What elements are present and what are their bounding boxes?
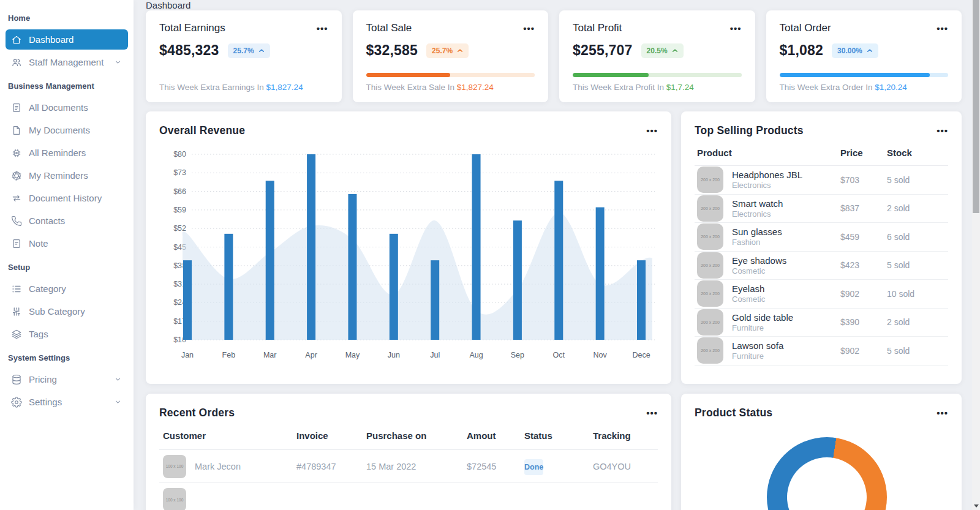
aperture-icon [11, 170, 22, 181]
home-icon [11, 34, 22, 45]
sidebar-item-category[interactable]: Category [6, 279, 128, 299]
table-row[interactable]: 200 x 200 Headphones JBL Electronics $70… [695, 166, 948, 195]
sidebar-item-label: Staff Management [29, 57, 104, 67]
scrollbar-thumb[interactable] [973, 0, 979, 213]
top-selling-products-card: Top Selling Products ••• Product Price S… [681, 111, 962, 384]
product-thumbnail: 200 x 200 [697, 309, 723, 336]
sidebar-item-label: My Documents [29, 125, 90, 135]
product-status-chart [695, 419, 948, 510]
x-tick-label: Jan [181, 351, 194, 359]
y-tick-label: $59 [173, 206, 186, 214]
ellipsis-menu-icon[interactable]: ••• [937, 408, 948, 418]
sidebar-item-note[interactable]: Note [6, 233, 128, 253]
sidebar-item-tags[interactable]: Tags [6, 324, 128, 344]
overall-revenue-chart: $10$17$24$31$38$45$52$59$66$73$80JanFebM… [159, 147, 658, 362]
sidebar-section-label: Home [0, 13, 134, 23]
ellipsis-menu-icon[interactable]: ••• [317, 24, 328, 33]
scrollbar-down-arrow-icon[interactable] [972, 504, 980, 508]
product-category: Fashion [732, 238, 782, 247]
revenue-bar-Jul [431, 260, 439, 340]
sidebar-section-label: Business Management [0, 81, 134, 91]
ellipsis-menu-icon[interactable]: ••• [523, 24, 535, 33]
sidebar-item-settings[interactable]: Settings [6, 392, 128, 412]
trend-percent: 25.7% [432, 47, 453, 55]
caret-up-icon [258, 48, 265, 53]
sidebar-item-staff-management[interactable]: Staff Management [6, 52, 128, 72]
sidebar-item-all-reminders[interactable]: All Reminders [6, 143, 128, 163]
x-tick-label: Apr [305, 351, 317, 359]
sidebar-item-document-history[interactable]: Document History [6, 188, 128, 208]
table-row[interactable]: 200 x 200 Eyelash Cosmetic $902 10 sold [695, 280, 948, 309]
sidebar-item-all-documents[interactable]: All Documents [6, 97, 128, 118]
table-row[interactable]: 200 x 200 Smart watch Electronics $837 2… [695, 195, 948, 223]
product-cell: 200 x 200 Headphones JBL Electronics [697, 167, 840, 193]
table-row[interactable]: 200 x 200 Sun glasses Fashion $459 6 sol… [695, 223, 948, 252]
sidebar-item-label: Dashboard [29, 34, 74, 45]
x-tick-label: Aug [469, 351, 483, 359]
products-table-body: 200 x 200 Headphones JBL Electronics $70… [695, 166, 948, 366]
customer-cell: 100 x 100 Mark Jecon [163, 455, 296, 478]
y-tick-label: $52 [173, 224, 186, 233]
sidebar-item-label: Contacts [29, 216, 65, 226]
product-name: Sun glasses [732, 227, 782, 237]
sidebar-section-label: System Settings [0, 353, 134, 362]
ellipsis-menu-icon[interactable]: ••• [730, 24, 742, 33]
table-row[interactable]: 200 x 200 Lawson sofa Furniture $902 5 s… [695, 337, 948, 366]
product-stock: 5 sold [887, 260, 946, 270]
stat-footer-amount: $1,827.24 [266, 83, 303, 92]
overall-revenue-card: Overall Revenue ••• $10$17$24$31$38$45$5… [146, 111, 671, 384]
products-table-header: Product Price Stock [695, 148, 948, 166]
progress-fill [573, 73, 649, 77]
product-category: Furniture [732, 323, 793, 332]
sidebar-section: Home Dashboard Staff Management [0, 13, 134, 72]
stat-card-total-sale: Total Sale ••• $32,585 25.7% This Week E… [353, 10, 549, 102]
table-row[interactable]: 200 x 200 Eye shadows Cosmetic $423 5 so… [695, 252, 948, 280]
product-thumbnail: 200 x 200 [697, 167, 723, 193]
sidebar-item-label: Tags [29, 329, 48, 339]
sidebar-item-sub-category[interactable]: Sub Category [6, 301, 128, 321]
product-stock: 5 sold [887, 175, 946, 185]
sidebar-nav: Home Dashboard Staff Management Business… [0, 13, 134, 412]
scrollbar[interactable] [972, 0, 980, 510]
stat-footer: This Week Extra Order In $1,20.24 [780, 83, 949, 92]
stat-title: Total Order [780, 22, 831, 34]
revenue-bar-Dece [637, 260, 646, 340]
revenue-bar-Apr [307, 154, 315, 340]
product-stock: 10 sold [887, 289, 946, 299]
revenue-bar-Jan [183, 260, 192, 340]
revenue-bar-Oct [554, 181, 563, 340]
ellipsis-menu-icon[interactable]: ••• [646, 408, 658, 418]
product-thumbnail: 200 x 200 [697, 195, 723, 222]
ellipsis-menu-icon[interactable]: ••• [937, 126, 948, 135]
table-row[interactable]: 200 x 200 Gold side table Furniture $390… [695, 309, 948, 337]
ellipsis-menu-icon[interactable]: ••• [646, 126, 658, 135]
product-cell: 200 x 200 Sun glasses Fashion [697, 223, 840, 250]
sidebar-item-my-reminders[interactable]: My Reminders [6, 165, 128, 186]
column-amount: Amout [467, 430, 524, 441]
trend-badge: 25.7% [228, 43, 270, 58]
sidebar-item-my-documents[interactable]: My Documents [6, 120, 128, 140]
trend-badge: 20.5% [641, 43, 684, 58]
stat-footer-amount: $1,20.24 [875, 83, 907, 92]
donut-chart [767, 437, 887, 510]
stat-value: $32,585 [366, 42, 418, 59]
product-thumbnail: 200 x 200 [697, 252, 723, 279]
sidebar-item-pricing[interactable]: Pricing [6, 369, 128, 389]
table-row[interactable]: 100 x 100 Mark Jecon #4789347 15 Mar 202… [159, 450, 658, 483]
stat-card-total-earnings: Total Earnings ••• $485,323 25.7% This W… [146, 10, 342, 102]
column-price: Price [840, 148, 887, 158]
page-title: Dashboard [146, 0, 190, 10]
top-selling-title: Top Selling Products [695, 124, 804, 137]
x-tick-label: Nov [594, 351, 608, 359]
y-tick-label: $73 [173, 168, 186, 177]
dashboard-grid: Overall Revenue ••• $10$17$24$31$38$45$5… [146, 111, 962, 510]
caret-up-icon [457, 48, 463, 53]
sidebar-item-contacts[interactable]: Contacts [6, 211, 128, 231]
ellipsis-menu-icon[interactable]: ••• [937, 24, 948, 33]
sidebar-item-dashboard[interactable]: Dashboard [6, 29, 128, 50]
table-row-partial[interactable]: 100 x 100 [159, 488, 658, 510]
sidebar-section-items: Category Sub Category Tags [0, 279, 134, 344]
sidebar-item-label: Category [29, 283, 66, 294]
progress-fill [780, 73, 930, 77]
column-product: Product [697, 148, 840, 158]
